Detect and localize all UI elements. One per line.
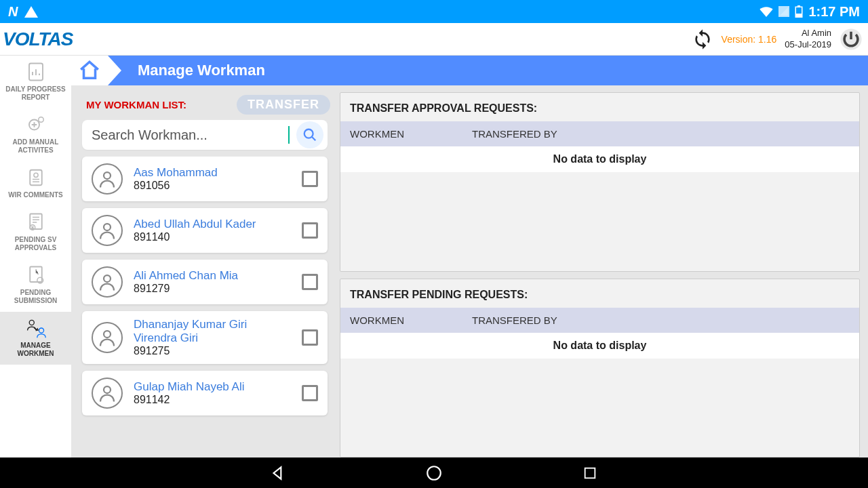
no-data-label: No data to display [340,333,859,359]
sidebar: DAILY PROGRESS REPORT ADD MANUAL ACTIVIT… [0,56,71,458]
status-time: 1:17 PM [808,4,860,20]
workman-card[interactable]: Aas Mohammad891056 [82,157,328,201]
table-header: WORKMEN TRANSFERED BY [340,308,859,333]
search-icon [302,127,317,142]
workman-list-title: MY WORKMAN LIST: [86,99,186,110]
username: Al Amin [802,28,831,39]
svg-rect-3 [796,7,802,14]
workman-checkbox[interactable] [302,274,318,290]
workman-name: Dhananjay Kumar Giri Virendra Giri [134,318,291,345]
workman-card[interactable]: Dhananjay Kumar Giri Virendra Giri891275 [82,311,328,364]
approval-requests-panel: TRANSFER APPROVAL REQUESTS: WORKMEN TRAN… [340,92,860,272]
workman-id: 891279 [134,283,291,295]
android-nav-bar [0,458,868,488]
workman-name: Abed Ullah Abdul Kader [134,218,291,231]
home-button[interactable] [71,56,108,85]
report-icon [25,61,47,83]
home-nav-button[interactable] [424,463,444,483]
workman-checkbox[interactable] [302,385,318,401]
circle-icon [425,464,443,482]
svg-point-17 [104,172,111,179]
workman-name: Ali Ahmed Chan Mia [134,269,291,283]
sync-icon[interactable] [692,28,713,50]
col-workmen: WORKMEN [350,314,472,326]
sidebar-item-label: PENDING SUBMISSION [3,289,68,305]
workman-id: 891140 [134,231,291,243]
square-icon [583,466,597,481]
svg-rect-12 [30,267,42,283]
workman-card[interactable]: Gulap Miah Nayeb Ali891142 [82,371,328,415]
search-input[interactable] [92,127,285,143]
workman-card[interactable]: Abed Ullah Abdul Kader891140 [82,208,328,253]
user-info: Al Amin 05-Jul-2019 [785,28,831,51]
svg-rect-23 [585,468,595,478]
search-row [82,120,328,150]
search-button[interactable] [296,121,323,148]
doc-clock-icon [25,264,47,286]
table-header: WORKMEN TRANSFERED BY [340,121,859,146]
workman-name: Aas Mohammad [134,166,291,180]
no-data-label: No data to display [340,146,859,172]
avatar-icon [92,163,123,195]
back-button[interactable] [268,463,288,483]
sidebar-item-daily-progress[interactable]: DAILY PROGRESS REPORT [0,56,71,108]
workman-card[interactable]: Ali Ahmed Chan Mia891279 [82,260,328,304]
svg-point-18 [104,224,111,230]
logo: VOLTAS [0,28,73,50]
svg-point-15 [39,328,43,333]
page-header: Manage Workman [71,56,868,85]
transfer-button[interactable]: TRANSFER [237,95,330,115]
sidebar-item-label: WIR COMMENTS [8,191,63,199]
avatar-icon [92,378,123,409]
sidebar-item-wir-comments[interactable]: WIR COMMENTS [0,161,71,206]
badge-icon [25,167,47,188]
sidebar-item-label: PENDING SV APPROVALS [3,236,68,252]
workman-id: 891056 [134,180,291,192]
approval-title: TRANSFER APPROVAL REQUESTS: [340,93,859,121]
col-workmen: WORKMEN [350,128,472,140]
sidebar-item-label: DAILY PROGRESS REPORT [3,85,68,102]
workman-checkbox[interactable] [302,222,318,239]
home-icon [78,59,101,82]
workman-list[interactable]: Aas Mohammad891056 Abed Ullah Abdul Kade… [79,157,330,458]
sidebar-item-pending-submission[interactable]: PENDING SUBMISSION [0,259,71,312]
wifi-icon [760,6,773,17]
back-icon [269,464,287,482]
col-transby: TRANSFERED BY [472,128,850,140]
power-icon[interactable] [840,28,863,51]
warning-icon [24,6,38,18]
sidebar-item-add-manual[interactable]: ADD MANUAL ACTIVITES [0,108,71,161]
svg-point-19 [104,275,111,282]
workmen-transfer-icon [25,317,47,339]
battery-icon [795,5,803,18]
app-header: VOLTAS Version: 1.16 Al Amin 05-Jul-2019 [0,23,868,56]
svg-point-14 [29,320,34,325]
svg-point-22 [427,466,441,480]
pending-title: TRANSFER PENDING REQUESTS: [340,279,859,308]
svg-point-7 [38,117,43,123]
sidebar-item-label: MANAGE WORKMEN [3,342,68,358]
avatar-icon [92,266,123,298]
sidebar-item-label: ADD MANUAL ACTIVITES [3,138,68,155]
recent-button[interactable] [580,463,600,483]
svg-point-16 [304,129,313,138]
page-title: Manage Workman [138,62,265,79]
workman-checkbox[interactable] [302,171,318,187]
avatar-icon [92,322,123,353]
svg-point-20 [104,331,111,338]
n-icon: N [8,4,18,20]
version-label: Version: 1.16 [722,34,777,45]
svg-point-21 [104,386,111,393]
svg-point-9 [33,173,37,177]
sidebar-item-pending-sv[interactable]: PENDING SV APPROVALS [0,206,71,259]
workman-name: Gulap Miah Nayeb Ali [134,380,291,394]
gear-plus-icon [25,114,47,136]
doc-x-icon [25,211,47,233]
sidebar-item-manage-workmen[interactable]: MANAGE WORKMEN [0,312,71,365]
workman-id: 891275 [134,345,291,357]
header-date: 05-Jul-2019 [785,39,831,51]
signal-icon [778,6,789,17]
workman-checkbox[interactable] [302,329,318,346]
search-divider [288,126,290,144]
col-transby: TRANSFERED BY [472,314,850,326]
